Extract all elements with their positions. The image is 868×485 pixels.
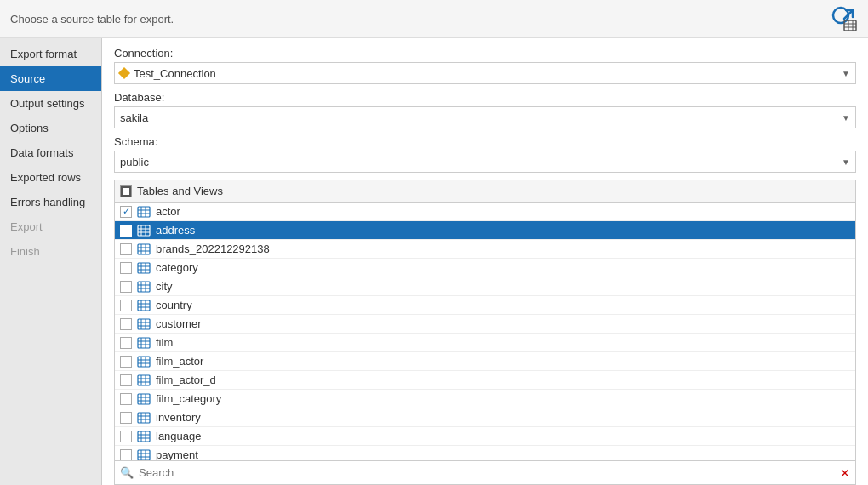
app-logo [831, 5, 858, 32]
sidebar-item-data-formats[interactable]: Data formats [0, 140, 101, 165]
table-row[interactable]: inventory [115, 408, 855, 427]
row-checkbox[interactable] [120, 337, 132, 349]
table-name: city [156, 280, 173, 293]
schema-group: Schema: public ▼ [114, 135, 856, 173]
row-checkbox[interactable] [120, 431, 132, 442]
table-name: language [156, 430, 202, 442]
row-checkbox[interactable] [120, 393, 132, 405]
table-row[interactable]: brands_202212292138 [115, 240, 855, 259]
table-name: brands_202212292138 [156, 242, 270, 255]
table-name: actor [156, 205, 180, 218]
table-icon [137, 317, 151, 331]
database-value: sakila [120, 111, 148, 124]
table-name: film_actor_d [156, 374, 216, 386]
svg-rect-51 [138, 375, 150, 385]
table-row[interactable]: customer [115, 315, 855, 334]
svg-rect-6 [138, 207, 150, 217]
table-header-label: Tables and Views [137, 185, 223, 197]
sidebar-item-export: Export [0, 214, 101, 239]
schema-select[interactable]: public ▼ [114, 151, 856, 173]
table-row[interactable]: payment [115, 446, 855, 460]
table-row[interactable]: film [115, 334, 855, 352]
svg-rect-61 [138, 413, 150, 423]
search-input[interactable] [139, 466, 835, 479]
database-group: Database: sakila ▼ [114, 91, 856, 128]
table-icon [137, 299, 151, 312]
instruction-text: Choose a source table for export. [10, 13, 174, 26]
database-dropdown-arrow[interactable]: ▼ [842, 113, 850, 123]
sidebar-item-options[interactable]: Options [0, 116, 101, 140]
sidebar-item-source[interactable]: Source [0, 66, 101, 91]
table-row[interactable]: film_actor [115, 352, 855, 371]
row-checkbox[interactable] [120, 243, 132, 255]
row-checkbox[interactable] [120, 318, 132, 330]
table-row[interactable]: ✓ actor [115, 203, 855, 221]
top-bar: Choose a source table for export. [0, 0, 868, 38]
table-icon [137, 448, 151, 461]
svg-rect-21 [138, 263, 150, 273]
table-name: country [156, 299, 192, 311]
table-row[interactable]: category [115, 259, 855, 277]
row-checkbox[interactable] [120, 374, 132, 386]
svg-rect-56 [138, 394, 150, 404]
table-row[interactable]: film_actor_d [115, 371, 855, 390]
svg-rect-36 [138, 319, 150, 329]
svg-rect-71 [138, 450, 150, 460]
sidebar-item-output-settings[interactable]: Output settings [0, 91, 101, 116]
table-icon [137, 355, 151, 368]
diamond-icon [118, 67, 130, 79]
sidebar-item-export-format[interactable]: Export format [0, 42, 101, 66]
svg-rect-31 [138, 300, 150, 311]
database-label: Database: [114, 91, 856, 104]
table-row[interactable]: ✓ address [115, 221, 855, 240]
row-checkbox[interactable] [120, 356, 132, 368]
row-checkbox[interactable] [120, 449, 132, 461]
sidebar-item-finish: Finish [0, 239, 101, 264]
table-row[interactable]: film_category [115, 390, 855, 408]
svg-rect-66 [138, 431, 150, 442]
table-name: address [156, 224, 195, 237]
row-checkbox[interactable]: ✓ [120, 206, 132, 218]
svg-rect-41 [138, 338, 150, 348]
table-scroll-area[interactable]: ✓ actor✓ address brands_202212292138 cat… [115, 203, 855, 460]
search-icon: 🔍 [120, 466, 134, 479]
table-icon [137, 280, 151, 294]
table-icon [137, 224, 151, 237]
schema-dropdown-arrow[interactable]: ▼ [842, 157, 850, 167]
svg-rect-46 [138, 357, 150, 367]
table-name: payment [156, 448, 198, 460]
logo-icon [831, 5, 858, 32]
table-row[interactable]: country [115, 296, 855, 315]
row-checkbox[interactable] [120, 281, 132, 293]
database-select[interactable]: sakila ▼ [114, 106, 856, 128]
row-checkbox[interactable]: ✓ [120, 225, 132, 237]
search-clear-button[interactable]: ✕ [840, 466, 850, 480]
table-row[interactable]: city [115, 277, 855, 296]
sidebar-item-exported-rows[interactable]: Exported rows [0, 165, 101, 190]
sidebar-item-errors-handling[interactable]: Errors handling [0, 190, 101, 214]
table-icon [137, 392, 151, 406]
table-name: category [156, 261, 198, 274]
row-checkbox[interactable] [120, 412, 132, 424]
table-icon [137, 430, 151, 443]
table-icon [137, 205, 151, 219]
sidebar: Export formatSourceOutput settingsOption… [0, 38, 102, 485]
svg-rect-16 [138, 244, 150, 254]
select-all-checkbox[interactable] [120, 185, 132, 197]
table-icon [137, 242, 151, 256]
table-name: film [156, 336, 173, 349]
connection-select[interactable]: Test_Connection ▼ [114, 62, 856, 84]
svg-rect-26 [138, 282, 150, 292]
row-checkbox[interactable] [120, 300, 132, 311]
row-checkbox[interactable] [120, 262, 132, 274]
table-header: Tables and Views [115, 180, 855, 203]
connection-label: Connection: [114, 47, 856, 60]
table-name: customer [156, 317, 201, 330]
schema-value: public [120, 156, 149, 168]
table-name: inventory [156, 411, 201, 424]
table-row[interactable]: language [115, 427, 855, 446]
right-panel: Connection: Test_Connection ▼ Database: … [102, 38, 868, 485]
table-name: film_category [156, 392, 221, 405]
tables-and-views-area: Tables and Views ✓ actor✓ address brands… [114, 180, 856, 485]
connection-dropdown-arrow[interactable]: ▼ [842, 69, 850, 78]
